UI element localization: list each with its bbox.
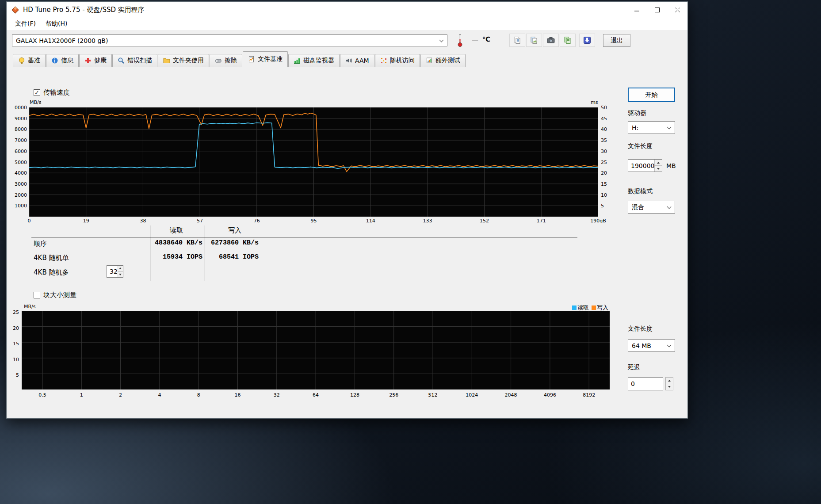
checkbox-box xyxy=(34,292,40,298)
read-legend-swatch xyxy=(572,305,577,310)
export-button[interactable] xyxy=(560,34,576,47)
tab-info[interactable]: 信息 xyxy=(46,54,79,67)
app-window: HD Tune Pro 5.75 - 硬盘/SSD 实用程序 文件(F) 帮助(… xyxy=(6,1,688,419)
x-axis-ticks: 0.512481632641282565121024204840968192 xyxy=(22,392,610,399)
tab-label: AAM xyxy=(355,57,369,64)
tab-random-access[interactable]: 随机访问 xyxy=(375,54,420,67)
tab-label: 文件夹使用 xyxy=(173,57,204,65)
latency-stepper[interactable] xyxy=(665,377,673,390)
menubar: 文件(F) 帮助(H) xyxy=(7,18,687,30)
tabbar: 基准 信息 健康 错误扫描 文件夹使用 擦除 文件基准 磁盘监视器 xyxy=(7,51,687,67)
chevron-down-icon xyxy=(667,125,672,130)
queue-depth-value: 32 xyxy=(107,266,118,277)
temperature-value: — xyxy=(472,36,478,44)
drive-combobox[interactable]: H: xyxy=(628,121,675,134)
toolbar: GALAX HA1X2000F (2000 gB) — ℃ 退出 xyxy=(7,30,687,51)
tab-disk-monitor[interactable]: 磁盘监视器 xyxy=(288,54,340,67)
spin-down-button[interactable] xyxy=(655,166,662,172)
device-select-value: GALAX HA1X2000F (2000 gB) xyxy=(16,37,108,44)
copy-image-button[interactable] xyxy=(526,34,542,47)
window-controls xyxy=(626,2,687,18)
file-length-value: 190000 xyxy=(628,160,654,172)
titlebar: HD Tune Pro 5.75 - 硬盘/SSD 实用程序 xyxy=(7,2,687,18)
tab-label: 基准 xyxy=(28,57,40,65)
results-write-header: 写入 xyxy=(228,226,241,235)
close-button[interactable] xyxy=(667,2,687,18)
random-single-read-value: 15934 IOPS xyxy=(152,253,202,261)
results-read-header: 读取 xyxy=(170,226,183,235)
magnifier-icon xyxy=(118,57,125,64)
y-axis-unit: MB/s xyxy=(24,304,35,309)
spin-up-button[interactable] xyxy=(666,378,673,384)
transfer-speed-chart xyxy=(29,107,598,217)
temperature-icon xyxy=(457,34,463,49)
checkbox-label: 块大小测量 xyxy=(43,291,76,299)
menu-help[interactable]: 帮助(H) xyxy=(41,19,72,29)
tab-folder-usage[interactable]: 文件夹使用 xyxy=(158,54,209,67)
y-axis-unit-right: ms xyxy=(591,99,598,105)
eraser-icon xyxy=(215,57,222,64)
chevron-down-icon xyxy=(667,205,672,209)
random-dots-icon xyxy=(380,57,387,64)
mini-chart-icon xyxy=(426,57,433,64)
tab-label: 擦除 xyxy=(225,57,237,65)
tab-aam[interactable]: AAM xyxy=(340,54,374,67)
block-file-length-label: 文件长度 xyxy=(628,325,653,333)
queue-depth-stepper[interactable]: 32 xyxy=(107,265,123,278)
row-label-sequential: 顺序 xyxy=(34,240,47,248)
tab-label: 磁盘监视器 xyxy=(303,57,334,65)
spin-up-button[interactable] xyxy=(655,160,662,166)
y-axis-left-ticks: 0000900080007000600050004000300020001000 xyxy=(7,107,27,217)
tab-error-scan[interactable]: 错误扫描 xyxy=(112,54,157,67)
minimize-button[interactable] xyxy=(626,2,647,18)
tab-label: 信息 xyxy=(61,57,73,65)
spin-down-button[interactable] xyxy=(666,384,673,390)
results-divider xyxy=(205,225,205,281)
drive-value: H: xyxy=(632,124,638,131)
data-mode-label: 数据模式 xyxy=(628,187,653,195)
data-mode-combobox[interactable]: 混合 xyxy=(628,201,675,214)
latency-value: 0 xyxy=(628,378,663,390)
data-mode-value: 混合 xyxy=(632,203,644,211)
transfer-speed-checkbox[interactable]: ✓ 传输速度 xyxy=(34,88,70,97)
maximize-button[interactable] xyxy=(647,2,667,18)
spin-down-button[interactable] xyxy=(118,272,123,278)
tab-extra-tests[interactable]: 额外测试 xyxy=(420,54,466,67)
tab-benchmark[interactable]: 基准 xyxy=(13,54,46,67)
y-axis-unit-left: MB/s xyxy=(30,99,41,105)
folder-icon xyxy=(163,57,170,64)
info-icon xyxy=(51,57,58,64)
checkbox-box: ✓ xyxy=(34,89,40,96)
tab-health[interactable]: 健康 xyxy=(79,54,112,67)
latency-input[interactable]: 0 xyxy=(628,377,663,390)
device-select-combobox[interactable]: GALAX HA1X2000F (2000 gB) xyxy=(12,34,447,46)
spin-up-button[interactable] xyxy=(118,266,123,272)
results-divider xyxy=(31,237,577,237)
block-file-length-combobox[interactable]: 64 MB xyxy=(628,339,675,352)
benchmark-icon xyxy=(18,57,25,64)
app-icon xyxy=(11,6,19,14)
screenshot-button[interactable] xyxy=(543,34,559,47)
file-benchmark-panel: ✓ 传输速度 MB/s ms 0000900080007000600050004… xyxy=(7,67,687,418)
block-size-checkbox[interactable]: 块大小测量 xyxy=(34,291,76,299)
file-benchmark-icon xyxy=(248,56,255,63)
results-divider xyxy=(150,225,150,281)
tab-label: 健康 xyxy=(94,57,107,65)
speaker-icon xyxy=(345,57,352,64)
exit-button[interactable]: 退出 xyxy=(603,34,630,47)
tab-erase[interactable]: 擦除 xyxy=(210,54,242,67)
copy-text-button[interactable] xyxy=(509,34,525,47)
file-length-input[interactable]: 190000 xyxy=(628,159,662,172)
update-download-button[interactable] xyxy=(579,34,595,47)
tab-label: 文件基准 xyxy=(258,55,283,63)
menu-file[interactable]: 文件(F) xyxy=(10,19,41,29)
stepper-arrows xyxy=(118,266,123,277)
random-single-write-value: 68541 IOPS xyxy=(208,253,259,261)
latency-label: 延迟 xyxy=(628,363,640,371)
start-button[interactable]: 开始 xyxy=(628,88,675,102)
tab-file-benchmark[interactable]: 文件基准 xyxy=(243,51,288,67)
y-axis-right-ticks: 5045403530252015105 xyxy=(601,107,616,217)
row-label-4kb-random-single: 4KB 随机单 xyxy=(34,254,69,262)
chevron-down-icon xyxy=(667,343,672,347)
stepper-arrows xyxy=(654,160,662,172)
